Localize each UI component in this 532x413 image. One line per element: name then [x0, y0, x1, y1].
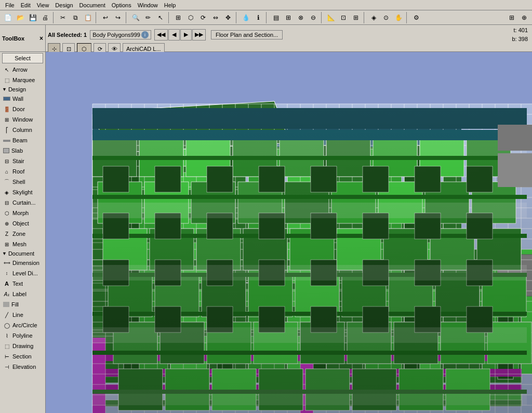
- sep5: [236, 12, 238, 23]
- rotate-button[interactable]: ⟳: [197, 12, 209, 23]
- info-button[interactable]: ℹ: [252, 12, 264, 23]
- nav-first-button[interactable]: ◀◀: [154, 29, 168, 41]
- arc-circle-tool[interactable]: ◯ Arc/Circle: [0, 320, 45, 330]
- orbit-button[interactable]: ⊙: [380, 12, 392, 23]
- open-button[interactable]: 📂: [15, 12, 26, 23]
- pan-button[interactable]: ✋: [393, 12, 404, 23]
- arrow-label: Arrow: [12, 66, 28, 73]
- arrow-icon: ↖: [3, 66, 10, 73]
- object-tool[interactable]: ⊕ Object: [0, 218, 45, 229]
- sep7: [321, 12, 323, 23]
- text-tool[interactable]: A Text: [0, 278, 45, 289]
- polyline-tool[interactable]: ⌇ Polyline: [0, 330, 45, 341]
- view3d-button[interactable]: ◈: [368, 12, 379, 23]
- arc-icon: ◯: [3, 322, 10, 329]
- wall-tool[interactable]: Wall: [0, 94, 45, 104]
- shell-tool[interactable]: ⌒ Shell: [0, 177, 45, 187]
- eyedrop-button[interactable]: 💧: [240, 12, 251, 23]
- select-all-button[interactable]: ⊞: [172, 12, 184, 23]
- beam-label: Beam: [12, 137, 28, 143]
- snap-button[interactable]: ⊡: [338, 12, 349, 23]
- polyline-icon: ⌇: [3, 332, 10, 339]
- section-tool[interactable]: ⊢ Section: [0, 351, 45, 362]
- fill-tool[interactable]: Fill: [0, 299, 45, 310]
- dimension-tool[interactable]: ⟺ Dimension: [0, 258, 45, 268]
- column-tool[interactable]: ⎡ Column: [0, 125, 45, 135]
- stair-label: Stair: [12, 158, 24, 164]
- menu-view[interactable]: View: [34, 2, 52, 9]
- beam-tool[interactable]: Beam: [0, 135, 45, 145]
- door-label: Door: [12, 106, 25, 112]
- nav-prev-button[interactable]: ◀: [168, 29, 180, 41]
- pointer-button[interactable]: ↖: [155, 12, 166, 23]
- skylight-tool[interactable]: ◈ Skylight: [0, 187, 45, 197]
- shell-label: Shell: [12, 179, 25, 185]
- print-button[interactable]: 🖨: [39, 12, 51, 23]
- zone-tool[interactable]: Z Zone: [0, 229, 45, 239]
- sep9: [406, 12, 408, 23]
- layers-button[interactable]: ▤: [270, 12, 282, 23]
- undo-button[interactable]: ↩: [100, 12, 111, 23]
- mirror-button[interactable]: ⇔: [210, 12, 221, 23]
- sep4: [168, 12, 170, 23]
- body-info-icon[interactable]: i: [141, 31, 149, 38]
- save-button[interactable]: 💾: [27, 12, 38, 23]
- menu-design[interactable]: Design: [52, 2, 76, 9]
- toolbox-close-icon[interactable]: ×: [39, 35, 43, 42]
- roof-label: Roof: [12, 168, 24, 175]
- floor-plan-button[interactable]: Floor Plan and Section...: [211, 30, 283, 39]
- menu-edit[interactable]: Edit: [18, 2, 34, 9]
- arrow-tool[interactable]: ↖ Arrow: [0, 64, 45, 75]
- design-section-header[interactable]: ▼ Design: [0, 85, 45, 94]
- extra-btn1[interactable]: ⊞: [506, 12, 517, 23]
- grid-button[interactable]: ⊞: [350, 12, 362, 23]
- morph-tool[interactable]: ⬡ Morph: [0, 208, 45, 218]
- document-section-header[interactable]: ▼ Document: [0, 249, 45, 258]
- drawing-icon: ⬚: [3, 342, 10, 350]
- window-tool[interactable]: ⊞ Window: [0, 114, 45, 125]
- menu-window[interactable]: Window: [135, 2, 161, 9]
- nav-next-button[interactable]: ▶: [180, 29, 192, 41]
- menu-file[interactable]: File: [2, 2, 18, 9]
- menu-document[interactable]: Document: [76, 2, 109, 9]
- subtract-button[interactable]: ⊖: [308, 12, 319, 23]
- redo-button[interactable]: ↪: [112, 12, 124, 23]
- viewport[interactable]: [46, 52, 532, 413]
- curtain-tool[interactable]: ⊟ Curtain...: [0, 197, 45, 208]
- menu-help[interactable]: Help: [161, 2, 179, 9]
- beam-icon: [3, 140, 10, 142]
- new-button[interactable]: 📄: [2, 12, 14, 23]
- stair-tool[interactable]: ⊟ Stair: [0, 156, 45, 166]
- door-tool[interactable]: 🚪 Door: [0, 104, 45, 114]
- pencil-button[interactable]: ✏: [142, 12, 154, 23]
- marquee-tool[interactable]: ⬚ Marquee: [0, 75, 45, 85]
- drawing-tool[interactable]: ⬚ Drawing: [0, 341, 45, 351]
- line-tool[interactable]: ╱ Line: [0, 310, 45, 320]
- settings-button[interactable]: ⚙: [410, 12, 422, 23]
- slab-label: Slab: [11, 148, 23, 154]
- nav-last-button[interactable]: ▶▶: [192, 29, 206, 41]
- context-bar: ToolBox × All Selected: 1 Body Polygons9…: [0, 25, 532, 52]
- slab-tool[interactable]: Slab: [0, 145, 45, 156]
- toolbox-header: ToolBox ×: [0, 25, 46, 51]
- select-tool[interactable]: Select: [2, 53, 43, 63]
- text-icon: A: [3, 280, 10, 287]
- extra-btn2[interactable]: ⊕: [518, 12, 530, 23]
- cut-button[interactable]: ✂: [57, 12, 69, 23]
- b-value: 398: [518, 36, 528, 42]
- lasso-button[interactable]: ⬡: [185, 12, 196, 23]
- menu-options[interactable]: Options: [109, 2, 135, 9]
- level-dim-tool[interactable]: ↕ Level Di...: [0, 268, 45, 278]
- roof-tool[interactable]: ⌂ Roof: [0, 166, 45, 177]
- intersect-button[interactable]: ⊗: [295, 12, 307, 23]
- mesh-tool[interactable]: ⊞ Mesh: [0, 239, 45, 249]
- label-tool[interactable]: A₁ Label: [0, 289, 45, 299]
- paste-button[interactable]: 📋: [82, 12, 94, 23]
- copy-button[interactable]: ⧉: [70, 12, 81, 23]
- zoom-magnify-button[interactable]: 🔍: [130, 12, 141, 23]
- group-button[interactable]: ⊞: [283, 12, 294, 23]
- measure-button[interactable]: 📐: [325, 12, 337, 23]
- zone-icon: Z: [3, 230, 10, 237]
- elevation-tool[interactable]: ⊣ Elevation: [0, 362, 45, 372]
- move-button[interactable]: ✥: [222, 12, 234, 23]
